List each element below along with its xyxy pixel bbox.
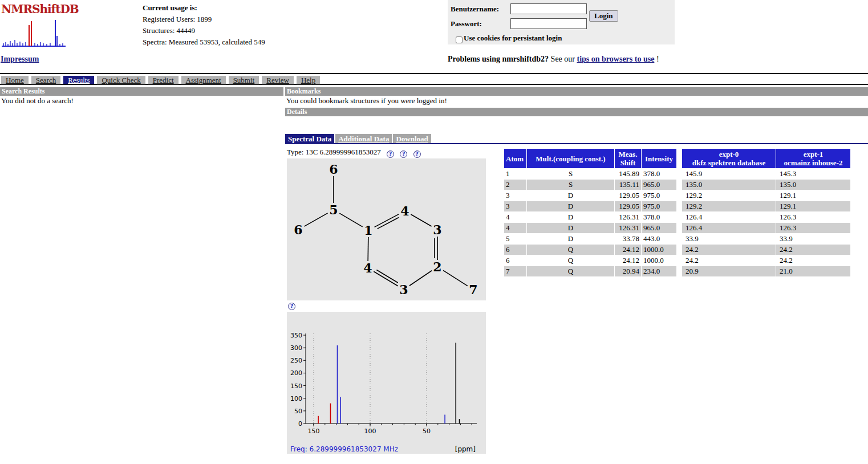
cell-mult: D <box>527 234 614 244</box>
nav-tab-home[interactable]: Home <box>1 76 29 84</box>
cell-atom: 2 <box>504 180 526 190</box>
nav-tab-predict[interactable]: Predict <box>148 76 179 84</box>
help-icon-1[interactable]: ? <box>387 150 394 158</box>
bookmarks-header: Bookmarks <box>285 87 868 96</box>
shift-table-row: 5D33.78443.0 <box>504 234 676 244</box>
cell-atom: 4 <box>504 223 526 233</box>
shift-table: Atom Mult.(coupling const.) Meas. Shift … <box>504 148 677 277</box>
svg-text:6: 6 <box>329 162 338 177</box>
shift-table-header-row: Atom Mult.(coupling const.) Meas. Shift … <box>504 149 676 168</box>
nav-tab-results[interactable]: Results <box>63 76 94 84</box>
help-icon-3[interactable]: ? <box>413 150 421 158</box>
spectrum-chart: 05010015020025030035015010050 <box>287 312 486 443</box>
expt-table-body: 145.9145.3135.0135.0129.2129.1129.2129.1… <box>682 169 850 276</box>
cell-e1: 33.9 <box>776 234 850 244</box>
svg-text:0: 0 <box>298 420 302 428</box>
cell-shift: 126.31 <box>615 223 641 233</box>
svg-text:50: 50 <box>423 428 431 435</box>
cell-mult: S <box>527 169 614 179</box>
svg-text:100: 100 <box>290 395 302 402</box>
cell-atom: 4 <box>504 212 526 222</box>
nav-tab-search[interactable]: Search <box>31 76 60 84</box>
cell-e0: 24.2 <box>682 255 776 266</box>
cell-e0: 129.2 <box>682 190 776 201</box>
experiments-row: 33.933.9 <box>682 234 850 244</box>
cookies-checkbox[interactable] <box>456 36 463 43</box>
cell-atom: 5 <box>504 234 526 244</box>
shift-table-row: 3D129.05975.0 <box>504 201 676 211</box>
experiments-row: 135.0135.0 <box>682 180 850 190</box>
cell-intens: 378.0 <box>642 169 676 179</box>
col-header-shift: Meas. Shift <box>615 149 641 168</box>
details-tabs-rule <box>285 143 868 144</box>
col-header-expt0: expt-0 dkfz spektren database <box>682 149 776 168</box>
spectrum-panel: 05010015020025030035015010050 Freq: 6.28… <box>287 312 486 454</box>
username-input[interactable] <box>510 3 587 14</box>
nmrshiftdb-page: NMRShiftDB Current usage is: <box>0 0 868 464</box>
cell-intens: 378.0 <box>642 212 676 222</box>
shift-table-row: 1S145.89378.0 <box>504 169 676 179</box>
cell-e1: 21.0 <box>776 266 850 276</box>
cell-intens: 975.0 <box>642 190 676 201</box>
svg-text:2: 2 <box>433 259 441 274</box>
cell-intens: 1000.0 <box>642 255 676 266</box>
login-button[interactable]: Login <box>589 10 618 22</box>
bookmarks-message: You could bookmark structures if you wer… <box>286 96 447 105</box>
impressum-link[interactable]: Impressum <box>1 55 39 64</box>
cell-intens: 965.0 <box>642 223 676 233</box>
experiments-row: 24.224.2 <box>682 255 850 266</box>
cell-e0: 135.0 <box>682 180 776 190</box>
svg-text:300: 300 <box>290 344 302 352</box>
cell-atom: 6 <box>504 245 526 255</box>
cell-e1: 24.2 <box>776 245 850 255</box>
svg-text:100: 100 <box>364 428 376 435</box>
problems-end-text: ! <box>654 55 659 63</box>
shift-table-row: 4D126.31378.0 <box>504 212 676 222</box>
cell-shift: 20.94 <box>615 266 641 276</box>
experiments-row: 126.4126.3 <box>682 212 850 222</box>
svg-text:4: 4 <box>400 203 409 218</box>
cell-shift: 24.12 <box>615 255 641 266</box>
nav-tab-assignment[interactable]: Assignment <box>181 76 226 84</box>
password-label: Passwort: <box>451 19 482 29</box>
nav-tab-help[interactable]: Help <box>297 76 320 84</box>
nav-tab-submit[interactable]: Submit <box>229 76 259 84</box>
cell-atom: 6 <box>504 255 526 266</box>
problems-bold-text: Problems using nmrshiftdb2? <box>448 55 549 63</box>
login-panel: Benutzername: Login Passwort: Use cookie… <box>448 0 675 44</box>
experiments-header-row: expt-0 dkfz spektren database expt-1 ocm… <box>682 149 850 168</box>
cell-mult: D <box>527 212 614 222</box>
molecule-drawing: 6561432347 <box>287 158 486 300</box>
usage-registered-users: Registered Users: 1899 <box>143 14 265 25</box>
password-input[interactable] <box>510 18 587 29</box>
spectrum-type-line: Type: 13C 6.289999961853027 ? ? ? <box>287 148 421 158</box>
details-header: Details <box>285 108 868 116</box>
cell-e0: 145.9 <box>682 169 776 179</box>
nav-tab-quick-check[interactable]: Quick Check <box>97 76 145 84</box>
cell-mult: S <box>527 180 614 190</box>
molecule-help-icon[interactable]: ? <box>288 303 295 310</box>
cell-e0: 126.4 <box>682 223 776 233</box>
username-label: Benutzername: <box>451 5 499 14</box>
col-header-expt1: expt-1 ocmainz inhouse-2 <box>776 149 850 168</box>
usage-title: Current usage is: <box>143 2 265 14</box>
cell-mult: Q <box>527 245 614 255</box>
svg-text:3: 3 <box>433 222 441 237</box>
ppm-axis-label: [ppm] <box>455 445 476 453</box>
col-header-atom: Atom <box>504 149 526 168</box>
expt1-name: expt-1 <box>778 150 849 158</box>
nav-tab-review[interactable]: Review <box>262 76 294 84</box>
cell-shift: 126.31 <box>615 212 641 222</box>
logo[interactable]: NMRShiftDB <box>1 2 67 50</box>
experiments-row: 129.2129.1 <box>682 190 850 201</box>
cell-e1: 129.1 <box>776 201 850 211</box>
cell-intens: 965.0 <box>642 180 676 190</box>
svg-text:5: 5 <box>329 202 338 217</box>
cell-e0: 129.2 <box>682 201 776 211</box>
cell-atom: 3 <box>504 201 526 211</box>
spectrum-type-label: Type: 13C 6.289999961853027 <box>287 148 381 156</box>
browser-tips-link[interactable]: tips on browsers to use <box>577 55 655 63</box>
shift-table-row: 6Q24.121000.0 <box>504 255 676 266</box>
col-header-intensity: Intensity <box>642 149 676 168</box>
help-icon-2[interactable]: ? <box>400 150 407 158</box>
